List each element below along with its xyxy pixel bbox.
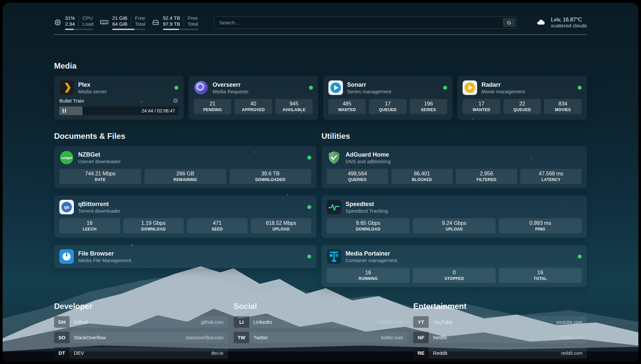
bookmark-name: Github [70, 319, 88, 325]
disk-total-label: Total [184, 21, 198, 27]
search-provider-button[interactable]: G [503, 18, 515, 27]
section-title-utilities: Utilities [321, 132, 587, 141]
search-input[interactable] [214, 16, 517, 29]
bookmark-name: Reddit [429, 350, 447, 356]
service-card-radarr[interactable]: Radarr Movie management 17 WANTED 22 QUE… [457, 76, 587, 120]
stat-wanted: 485 WANTED [328, 99, 366, 114]
stat-value: 22 [505, 101, 540, 107]
qbittorrent-icon: qb [59, 200, 74, 214]
stat-value: 1.19 Gbps [125, 220, 183, 227]
service-subtitle: Media File Management [78, 257, 131, 263]
pause-icon[interactable] [63, 109, 66, 113]
bookmark-url: youtube.com [556, 319, 587, 325]
service-card-plex[interactable]: Plex Media server Bullet Train ⚙ 24:44 /… [54, 76, 184, 120]
stat-value: 17 [464, 101, 499, 107]
status-dot [307, 255, 311, 258]
service-subtitle: Speedtest Tracking [346, 208, 388, 214]
stat-available: 945 AVAILABLE [275, 99, 313, 114]
bookmark-abbr: GH [54, 316, 70, 328]
section-title-documents: Documents & Files [54, 132, 317, 141]
stat-label: LEECH [61, 227, 119, 231]
service-card-sonarr[interactable]: Sonarr Series management 485 WANTED 17 Q… [323, 76, 453, 120]
bookmark-abbr: LI [234, 316, 249, 328]
bookmark-linkedin[interactable]: LI LinkedIn linkedin.com [234, 316, 408, 328]
bookmark-dev[interactable]: DT DEV dev.to [54, 347, 228, 359]
stat-label: BLOCKED [393, 177, 451, 182]
stat-label: RATE [61, 177, 140, 182]
stat-movies: 834 MOVIES [544, 99, 582, 114]
service-subtitle: Container management [346, 257, 397, 263]
stat-label: AVAILABLE [277, 107, 312, 112]
status-dot [307, 156, 311, 160]
stat-leech: 16 LEECH [59, 218, 120, 233]
service-card-nzbget[interactable]: nzbget NZBGet Usenet downloader 74 [54, 146, 317, 188]
bookmark-abbr: NF [413, 332, 429, 343]
stat-approved: 40 APPROVED [234, 99, 272, 114]
cpu-widget: 31% CPU 2.94 Load [54, 15, 93, 30]
service-card-qbittorrent[interactable]: qb qBittorrent Torrent downloader [54, 196, 317, 238]
disk-free-label: Free [184, 15, 198, 21]
weather-condition: scattered clouds [551, 23, 587, 29]
nzbget-icon: nzbget [59, 150, 74, 165]
stat-value: 21 [195, 101, 230, 107]
stat-value: 17 [370, 101, 405, 107]
stat-label: REMAINING [146, 177, 225, 182]
stat-label: QUEUED [370, 107, 405, 112]
svg-text:qb: qb [64, 205, 69, 210]
service-name: qBittorrent [78, 200, 120, 208]
dashboard-screen: 31% CPU 2.94 Load 21 GiB [3, 3, 638, 361]
memory-total-label: Total [131, 21, 145, 27]
stat-ping: 0.993 ms PING [499, 218, 582, 233]
bookmark-abbr: TW [234, 332, 249, 343]
bookmark-github[interactable]: GH Github github.com [54, 316, 228, 328]
bookmark-reddit[interactable]: RE Reddit reddit.com [413, 347, 587, 359]
stat-label: DOWNLOADED [231, 177, 310, 182]
service-name: Plex [78, 81, 107, 88]
service-card-portainer[interactable]: Media Portainer Container management 16 … [321, 245, 587, 287]
memory-icon [100, 19, 108, 26]
cpu-load-label: Load [78, 21, 93, 27]
bookmark-abbr: DT [54, 347, 70, 359]
status-dot [174, 86, 178, 90]
playback-progress-bar[interactable]: 24:44 / 02:06:47 [59, 106, 178, 115]
stat-value: 9.24 Gbps [414, 220, 494, 227]
stat-value: 945 [277, 101, 312, 107]
cpu-usage-value: 31% [65, 15, 75, 21]
bookmark-netflix[interactable]: NF Netflix netflix.com [413, 332, 587, 343]
service-subtitle: Series management [347, 88, 391, 95]
stat-value: 9.65 Gbps [328, 220, 408, 227]
service-card-speedtest[interactable]: Speedtest Speedtest Tracking 9.65 Gbps D… [321, 196, 587, 238]
weather-widget: Lviv, 16.87°C scattered clouds [535, 16, 587, 29]
section-title-social: Social [234, 302, 408, 311]
stat-queries: 498,564 QUERIES [327, 169, 388, 184]
stat-label: UPLOAD [252, 227, 310, 231]
bookmark-stackoverflow[interactable]: SO StackOverflow stackoverflow.com [54, 332, 228, 343]
bookmark-youtube[interactable]: YT YouTube youtube.com [413, 316, 587, 328]
bookmark-name: DEV [70, 350, 84, 356]
cloud-icon [535, 18, 547, 27]
bookmark-url: stackoverflow.com [186, 335, 228, 340]
bookmark-url: reddit.com [561, 350, 587, 356]
stat-value: 266 GB [146, 170, 225, 177]
status-dot [309, 86, 313, 90]
stat-value: 39.6 TB [231, 170, 310, 177]
service-card-overseerr[interactable]: Overseerr Media Requests 21 PENDING 40 A… [189, 76, 318, 120]
service-subtitle: Usenet downloader [78, 158, 121, 165]
service-card-filebrowser[interactable]: File Browser Media File Management [54, 245, 317, 268]
topbar-divider [54, 34, 587, 35]
speedtest-pulse-icon [327, 200, 341, 214]
stat-stopped: 0 STOPPED [413, 268, 496, 283]
bookmark-group-social: Social LI LinkedIn linkedin.com TW Twitt… [234, 302, 408, 359]
stat-value: 40 [236, 101, 271, 107]
service-card-adguard[interactable]: AdGuard Home DNS and adblocking 498,564 … [321, 146, 587, 188]
stat-value: 744.21 Mbps [61, 170, 140, 177]
stat-remaining: 266 GB REMAINING [144, 169, 226, 184]
service-subtitle: Movie management [481, 88, 525, 95]
gear-icon[interactable]: ⚙ [173, 98, 178, 104]
status-dot [578, 86, 582, 90]
stat-value: 16 [500, 269, 580, 276]
stat-label: QUEUED [505, 107, 540, 112]
overseerr-icon [194, 80, 208, 95]
bookmark-twitter[interactable]: TW Twitter twitter.com [234, 332, 408, 343]
service-subtitle: Torrent downloader [78, 208, 120, 214]
